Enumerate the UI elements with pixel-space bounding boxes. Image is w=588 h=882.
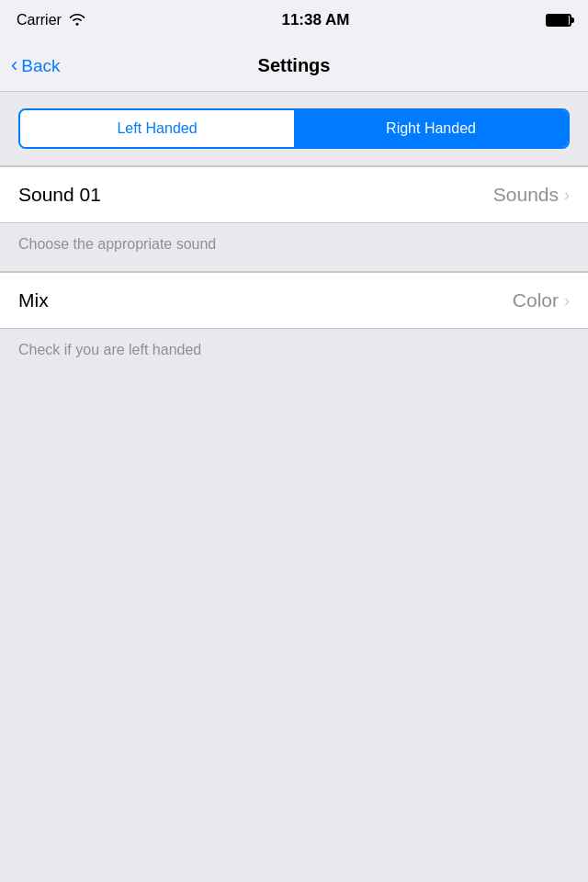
- mix-chevron-icon: ›: [564, 291, 570, 311]
- battery-fill: [548, 16, 569, 25]
- wifi-icon: [69, 13, 85, 28]
- page-title: Settings: [258, 55, 331, 76]
- mix-row[interactable]: Mix Color ›: [0, 273, 588, 328]
- mix-row-right: Color ›: [513, 289, 570, 311]
- battery: [546, 14, 571, 27]
- sound-settings-group: Sound 01 Sounds ›: [0, 166, 588, 223]
- back-label: Back: [21, 56, 60, 76]
- mix-row-label: Mix: [18, 289, 49, 311]
- sound-description-text: Choose the appropriate sound: [18, 236, 216, 252]
- sound-row[interactable]: Sound 01 Sounds ›: [0, 167, 588, 222]
- sound-description-section: Choose the appropriate sound: [0, 223, 588, 272]
- mix-row-value: Color: [513, 289, 559, 311]
- mix-description-section: Check if you are left handed: [0, 329, 588, 371]
- sound-row-label: Sound 01: [18, 184, 101, 206]
- status-bar: Carrier 11:38 AM: [0, 0, 588, 40]
- sound-row-right: Sounds ›: [493, 184, 570, 206]
- mix-settings-group: Mix Color ›: [0, 272, 588, 329]
- sound-row-value: Sounds: [493, 184, 559, 206]
- status-left: Carrier: [17, 12, 85, 28]
- segment-section: Left Handed Right Handed: [0, 92, 588, 166]
- back-button[interactable]: ‹ Back: [11, 56, 61, 76]
- back-chevron-icon: ‹: [11, 55, 17, 75]
- segment-left-handed[interactable]: Left Handed: [20, 110, 294, 147]
- segmented-control: Left Handed Right Handed: [18, 108, 570, 149]
- sound-chevron-icon: ›: [564, 186, 570, 205]
- carrier-label: Carrier: [17, 12, 62, 28]
- segment-right-handed[interactable]: Right Handed: [294, 110, 568, 147]
- mix-description-text: Check if you are left handed: [18, 342, 201, 357]
- nav-bar: ‹ Back Settings: [0, 40, 588, 92]
- status-time: 11:38 AM: [281, 11, 349, 29]
